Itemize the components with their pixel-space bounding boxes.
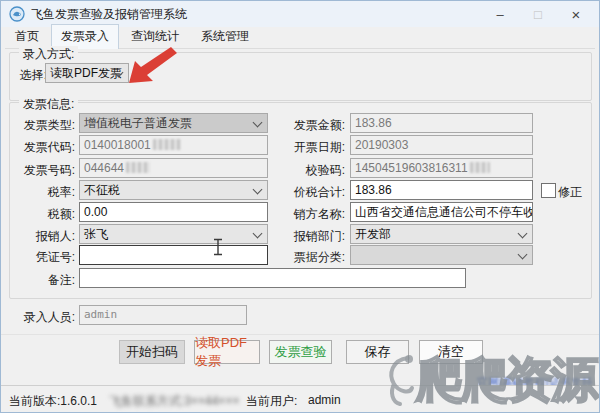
tax-amount-value: 0.00 — [84, 205, 107, 219]
invoice-amount-value: 183.86 — [355, 116, 392, 130]
chevron-down-icon — [253, 118, 263, 128]
close-button[interactable]: × — [557, 1, 595, 27]
tax-rate-label: 税率: — [9, 184, 75, 201]
total-with-tax-value: 183.86 — [355, 183, 392, 197]
app-logo-icon — [9, 6, 25, 22]
tab-bar: 首页 发票录入 查询统计 系统管理 — [5, 27, 595, 49]
read-pdf-invoice-button[interactable]: 读取PDF发票 — [194, 340, 260, 364]
redaction-blur-patch — [126, 162, 150, 173]
invoice-date-label: 开票日期: — [277, 139, 345, 156]
entry-mode-select-label: 选择: — [15, 67, 47, 84]
minimize-button[interactable]: – — [481, 1, 519, 27]
invoice-info-group-title: 发票信息: — [19, 96, 78, 113]
entry-person-label: 录入人员: — [9, 309, 75, 326]
chevron-down-icon — [518, 250, 528, 260]
reimburser-combobox[interactable]: 张飞 — [79, 224, 268, 244]
tab-home[interactable]: 首页 — [5, 24, 49, 48]
seller-name-field[interactable]: 山西省交通信息通信公司不停车收费运营 — [350, 202, 533, 222]
version-text: 当前版本:1.6.0.1 — [9, 393, 97, 410]
clear-button[interactable]: 清空 — [419, 340, 483, 364]
entry-mode-combobox-value: 读取PDF发票 — [50, 66, 122, 80]
seller-name-label: 销方名称: — [277, 206, 345, 223]
redaction-blur-patch — [153, 139, 181, 150]
tax-amount-label: 税额: — [9, 206, 75, 223]
department-combobox[interactable]: 开发部 — [350, 224, 533, 244]
voucher-number-field[interactable] — [79, 245, 268, 265]
invoice-verify-button[interactable]: 发票查验 — [269, 340, 332, 364]
invoice-code-value: 0140018001 — [84, 138, 151, 152]
tab-system-admin[interactable]: 系统管理 — [191, 24, 259, 48]
ticket-category-combobox[interactable] — [350, 245, 533, 265]
department-value: 开发部 — [355, 227, 391, 241]
start-scan-button[interactable]: 开始扫码 — [119, 340, 185, 364]
entry-person-value: admin — [84, 308, 117, 321]
voucher-number-label: 凭证号: — [9, 249, 75, 266]
entry-mode-combobox[interactable]: 读取PDF发票 — [45, 63, 129, 83]
entry-mode-group-title: 录入方式: — [19, 46, 78, 63]
panel-divider — [1, 334, 599, 335]
check-code-field[interactable]: 14504519603816311 — [350, 158, 533, 178]
entry-person-field[interactable]: admin — [79, 305, 247, 325]
seller-name-value: 山西省交通信息通信公司不停车收费运营 — [355, 205, 533, 219]
invoice-code-label: 发票代码: — [9, 139, 75, 156]
invoice-date-value: 20190303 — [355, 138, 408, 152]
remark-field[interactable] — [79, 268, 466, 288]
invoice-number-field[interactable]: 044644 — [79, 158, 268, 178]
invoice-type-combobox[interactable]: 增值税电子普通发票 — [79, 113, 268, 133]
chevron-down-icon — [253, 185, 263, 195]
maximize-button[interactable]: □ — [519, 1, 557, 27]
invoice-type-label: 发票类型: — [9, 117, 75, 134]
tab-query-stats[interactable]: 查询统计 — [121, 24, 189, 48]
tax-rate-combobox[interactable]: 不征税 — [79, 180, 268, 200]
check-code-label: 校验码: — [277, 162, 345, 179]
fix-checkbox[interactable] — [541, 183, 556, 198]
chevron-down-icon — [518, 229, 528, 239]
contact-text-redacted: 飞鱼联系方式:3××44××× — [109, 393, 239, 410]
invoice-type-value: 增值税电子普通发票 — [84, 116, 192, 130]
save-button[interactable]: 保存 — [346, 340, 409, 364]
total-with-tax-label: 价税合计: — [277, 184, 345, 201]
chevron-down-icon — [253, 229, 263, 239]
invoice-number-label: 发票号码: — [9, 162, 75, 179]
invoice-code-field[interactable]: 0140018001 — [79, 135, 268, 155]
current-user-value: admin — [308, 393, 341, 407]
ticket-category-label: 票据分类: — [277, 249, 345, 266]
invoice-amount-field[interactable]: 183.86 — [350, 113, 533, 133]
window-controls: – □ × — [481, 1, 599, 27]
invoice-amount-label: 发票金额: — [277, 117, 345, 134]
total-with-tax-field[interactable]: 183.86 — [350, 180, 533, 200]
tax-rate-value: 不征税 — [84, 183, 120, 197]
fix-checkbox-label: 修正 — [558, 184, 586, 201]
app-window: 飞鱼发票查验及报销管理系统 – □ × 首页 发票录入 查询统计 系统管理 录入… — [0, 0, 600, 413]
tax-amount-field[interactable]: 0.00 — [79, 202, 268, 222]
remark-label: 备注: — [9, 272, 75, 289]
window-title: 飞鱼发票查验及报销管理系统 — [31, 6, 187, 23]
redaction-blur-patch — [470, 162, 490, 173]
invoice-date-field[interactable]: 20190303 — [350, 135, 533, 155]
invoice-number-value: 044644 — [84, 161, 124, 175]
department-label: 报销部门: — [277, 228, 345, 245]
current-user-label: 当前用户: — [246, 393, 297, 410]
check-code-value: 14504519603816311 — [355, 161, 468, 175]
status-bar: 当前版本:1.6.0.1 飞鱼联系方式:3××44××× 当前用户: admin — [1, 385, 599, 412]
reimburser-label: 报销人: — [9, 228, 75, 245]
reimburser-value: 张飞 — [84, 227, 108, 241]
